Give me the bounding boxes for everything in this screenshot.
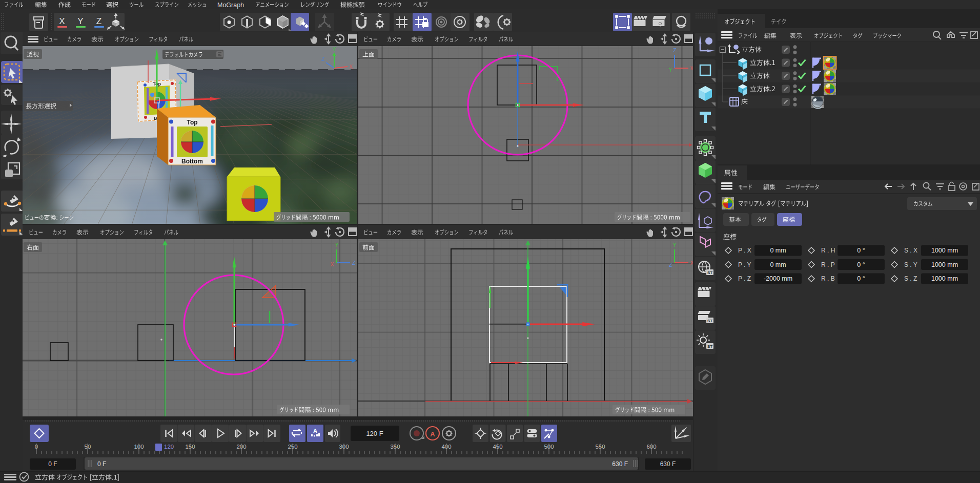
svg-text:Top: Top [187,119,197,126]
svg-text:0 mm: 0 mm [770,261,786,268]
svg-text:Y: Y [333,47,336,52]
svg-text:X: X [350,64,353,70]
svg-text:X: X [331,262,334,267]
svg-text:R . B: R . B [821,275,835,282]
svg-text:P . Z: P . Z [738,275,751,282]
svg-text:1000 mm: 1000 mm [931,275,958,282]
svg-text:Y: Y [335,242,339,248]
svg-text:P . Y: P . Y [738,261,751,268]
svg-text:S . Z: S . Z [904,275,917,282]
svg-text:0 F: 0 F [97,460,106,468]
svg-text:ST: ST [707,270,712,275]
svg-text:Y: Y [669,67,672,73]
svg-text:A: A [313,428,317,434]
svg-text:Z: Z [352,260,355,266]
svg-text:630 F: 630 F [660,460,676,468]
svg-text:0 °: 0 ° [857,275,865,282]
svg-text:0 F: 0 F [48,460,57,468]
svg-text:630 F: 630 F [612,460,628,468]
svg-text:0 °: 0 ° [857,261,865,268]
svg-text:-2000 mm: -2000 mm [764,275,792,282]
svg-text:S . X: S . X [904,247,917,254]
svg-text:Z: Z [669,262,672,268]
svg-text:R . H: R . H [821,247,835,254]
svg-text:ST: ST [707,319,712,323]
svg-text:1000 mm: 1000 mm [931,261,958,268]
svg-text:Bottom: Bottom [181,158,203,165]
svg-text:120: 120 [164,444,174,450]
svg-text:Z: Z [321,56,324,62]
svg-text:A: A [430,430,435,438]
svg-text:Z: Z [673,48,676,53]
svg-text:ST: ST [707,344,712,349]
svg-text:0 °: 0 ° [857,247,865,254]
svg-text:120 F: 120 F [366,430,383,437]
svg-text:Z: Z [96,16,101,26]
svg-text:Y: Y [77,16,83,26]
svg-text:S . Y: S . Y [904,261,917,268]
svg-text:P . X: P . X [738,247,751,254]
svg-text:MoGraph: MoGraph [217,2,244,9]
svg-text:1000 mm: 1000 mm [931,247,958,254]
svg-text:R . P: R . P [821,261,835,268]
svg-text:X: X [59,16,65,26]
svg-text:Y: Y [673,242,677,248]
svg-text:0 mm: 0 mm [770,247,786,254]
